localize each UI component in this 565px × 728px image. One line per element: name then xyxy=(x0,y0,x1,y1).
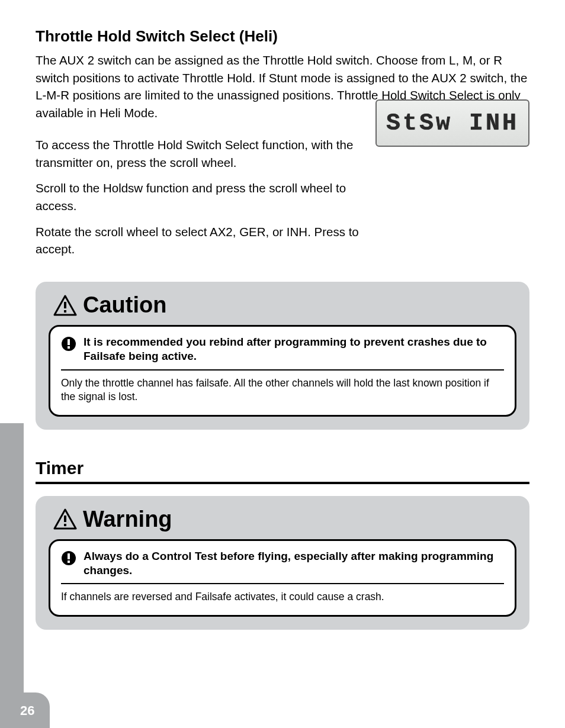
heli-switch-heading: Throttle Hold Switch Select (Heli) xyxy=(36,27,529,46)
caution-headline: It is recommended you rebind after progr… xyxy=(84,335,504,363)
lcd-display: StSw INH xyxy=(375,99,529,147)
svg-rect-11 xyxy=(68,561,70,563)
warning-description: If channels are reversed and Failsafe ac… xyxy=(61,590,504,604)
warning-headline: Always do a Control Test before flying, … xyxy=(84,549,504,578)
svg-rect-7 xyxy=(64,516,66,522)
caution-description: Only the throttle channel has failsafe. … xyxy=(61,376,504,404)
instruction-paragraph-1: To access the Throttle Hold Switch Selec… xyxy=(36,136,367,171)
side-tab xyxy=(0,423,24,719)
timer-rule xyxy=(36,482,529,484)
warning-title: Warning xyxy=(83,507,172,532)
caution-inner-box: It is recommended you rebind after progr… xyxy=(49,325,516,417)
instruction-paragraph-3: Rotate the scroll wheel to select AX2, G… xyxy=(36,223,367,258)
warning-card: Warning Always do a Control Test before … xyxy=(36,496,529,630)
page-number: 26 xyxy=(20,703,34,719)
svg-rect-8 xyxy=(64,524,66,526)
caution-card: Caution It is recommended you rebind aft… xyxy=(36,282,529,430)
instruction-paragraph-2: Scroll to the Holdsw function and press … xyxy=(36,179,367,214)
exclamation-circle-icon xyxy=(61,336,76,354)
svg-rect-4 xyxy=(68,339,70,345)
svg-rect-1 xyxy=(64,302,66,308)
warning-inner-box: Always do a Control Test before flying, … xyxy=(49,539,516,617)
warning-triangle-icon xyxy=(53,508,77,530)
caution-divider xyxy=(61,369,504,371)
caution-triangle-icon xyxy=(53,295,77,316)
exclamation-circle-icon xyxy=(61,550,76,568)
timer-heading: Timer xyxy=(36,458,529,478)
warning-divider xyxy=(61,583,504,584)
svg-rect-2 xyxy=(64,310,66,313)
svg-rect-10 xyxy=(68,553,70,559)
caution-title: Caution xyxy=(83,292,166,318)
svg-rect-5 xyxy=(68,346,70,349)
